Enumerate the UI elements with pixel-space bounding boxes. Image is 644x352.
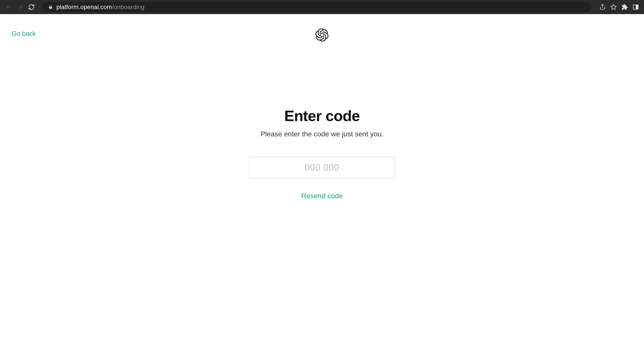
lock-icon xyxy=(48,5,53,9)
code-input[interactable] xyxy=(249,157,395,178)
browser-url: platform.openai.com/onboarding xyxy=(56,4,144,11)
bookmark-star-icon[interactable] xyxy=(610,4,617,10)
resend-code-link[interactable]: Resend code xyxy=(301,192,343,200)
panel-icon[interactable] xyxy=(632,4,639,10)
extensions-icon[interactable] xyxy=(621,4,628,10)
page-title: Enter code xyxy=(284,107,360,125)
browser-toolbar: platform.openai.com/onboarding xyxy=(0,0,644,14)
browser-back-button[interactable] xyxy=(5,4,12,11)
browser-address-bar[interactable]: platform.openai.com/onboarding xyxy=(43,2,591,12)
verification-form: Enter code Please enter the code we just… xyxy=(234,107,410,200)
share-icon[interactable] xyxy=(599,4,606,10)
page-subtitle: Please enter the code we just sent you. xyxy=(261,130,384,138)
svg-rect-2 xyxy=(636,5,638,9)
browser-right-controls xyxy=(599,4,639,10)
page-content: Go back Enter code Please enter the code… xyxy=(0,14,644,352)
go-back-link[interactable]: Go back xyxy=(12,30,36,37)
openai-logo xyxy=(315,28,329,42)
browser-forward-button[interactable] xyxy=(17,4,24,11)
url-path: /onboarding xyxy=(112,4,144,10)
url-domain: platform.openai.com xyxy=(56,4,112,10)
browser-reload-button[interactable] xyxy=(28,4,35,10)
svg-marker-0 xyxy=(611,4,616,10)
